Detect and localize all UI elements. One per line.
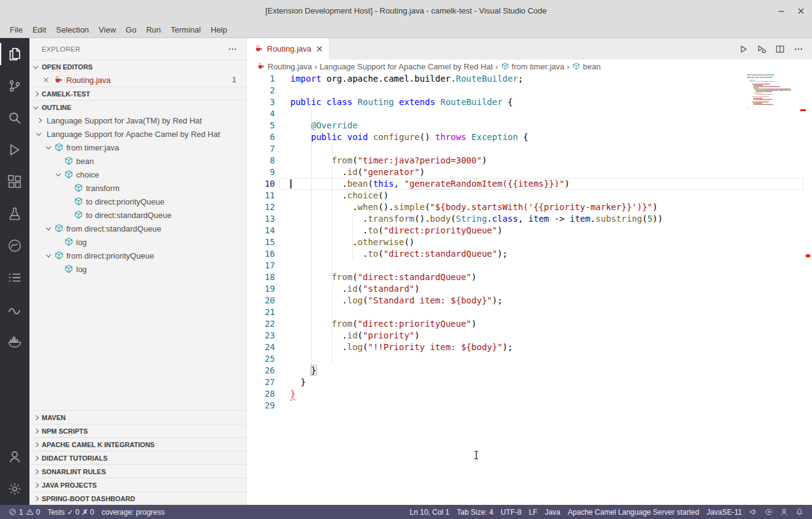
activity-explorer[interactable] bbox=[0, 38, 29, 70]
sidebar-more-actions-button[interactable] bbox=[228, 44, 238, 54]
menu-view[interactable]: View bbox=[94, 21, 121, 37]
activity-didact[interactable] bbox=[0, 262, 29, 294]
code-line-20[interactable]: 20 .log("Standard item: ${body}"); bbox=[247, 295, 812, 306]
code-line-24[interactable]: 24 .log("!!Priority item: ${body}"); bbox=[247, 341, 812, 353]
activity-settings[interactable] bbox=[0, 473, 29, 505]
code-line-7[interactable]: 7 bbox=[247, 143, 812, 155]
code-line-12[interactable]: 12 .when().simple("${body.startsWith('{{… bbox=[247, 201, 812, 213]
code-line-28[interactable]: 28} bbox=[247, 388, 812, 400]
menu-run[interactable]: Run bbox=[141, 21, 166, 37]
menu-selection[interactable]: Selection bbox=[51, 21, 93, 37]
minimap[interactable] bbox=[747, 74, 803, 112]
split-editor-button[interactable] bbox=[773, 42, 787, 57]
breadcrumb-language-support-for-apache-camel-by-red-hat[interactable]: Language Support for Apache Camel by Red… bbox=[320, 62, 493, 71]
status-javase-11[interactable]: JavaSE-11 bbox=[703, 508, 746, 517]
code-line-1[interactable]: 1import org.apache.camel.builder.RouteBu… bbox=[247, 73, 812, 85]
code-line-29[interactable]: 29 bbox=[247, 400, 812, 412]
menu-go[interactable]: Go bbox=[121, 21, 141, 37]
code-line-13[interactable]: 13 .transform().body(String.class, item … bbox=[247, 213, 812, 225]
code-line-2[interactable]: 2 bbox=[247, 85, 812, 96]
breadcrumb-from-timer-java[interactable]: from timer:java bbox=[501, 62, 565, 71]
status-bell-icon[interactable] bbox=[792, 508, 807, 516]
code-line-27[interactable]: 27 } bbox=[247, 377, 812, 388]
outline-item-log[interactable]: log bbox=[29, 262, 246, 276]
coverage-status[interactable]: coverage: progress bbox=[98, 508, 169, 517]
close-icon[interactable] bbox=[42, 76, 50, 84]
open-editor-routing-java[interactable]: Routing.java1 bbox=[29, 73, 246, 87]
section-open-editors[interactable]: OPEN EDITORS bbox=[29, 60, 246, 73]
status-lf[interactable]: LF bbox=[525, 508, 541, 517]
tests-status[interactable]: Tests ✓ 0 ✗ 0 bbox=[44, 508, 98, 517]
code-line-19[interactable]: 19 .id("standard") bbox=[247, 283, 812, 295]
code-line-23[interactable]: 23 .id("priority") bbox=[247, 330, 812, 341]
outline-item-to-direct-standardqueue[interactable]: to direct:standardQueue bbox=[29, 208, 246, 222]
code-line-6[interactable]: 6 public void configure() throws Excepti… bbox=[247, 131, 812, 143]
section-camelk-test[interactable]: CAMELK-TEST bbox=[29, 87, 246, 100]
outline-item-language-support-for-java-tm-by-red-hat[interactable]: Language Support for Java(TM) by Red Hat bbox=[29, 114, 246, 127]
status-megaphone-icon[interactable] bbox=[746, 508, 761, 516]
code-line-18[interactable]: 18 from("direct:standardQueue") bbox=[247, 271, 812, 283]
status-apache-camel-language-server-started[interactable]: Apache Camel Language Server started bbox=[564, 508, 703, 517]
section-java-projects[interactable]: JAVA PROJECTS bbox=[29, 478, 246, 491]
outline-item-language-support-for-apache-camel-by-red-hat[interactable]: Language Support for Apache Camel by Red… bbox=[29, 127, 246, 141]
code-line-9[interactable]: 9 .id("generator") bbox=[247, 166, 812, 178]
more-actions-button[interactable] bbox=[791, 42, 806, 57]
code-line-4[interactable]: 4 bbox=[247, 108, 812, 120]
section-spring-boot-dashboard[interactable]: SPRING-BOOT DASHBOARD bbox=[29, 491, 246, 505]
outline-item-choice[interactable]: choice bbox=[29, 168, 246, 181]
activity-extensions[interactable] bbox=[0, 166, 29, 198]
run-button[interactable] bbox=[736, 42, 751, 57]
outline-item-log[interactable]: log bbox=[29, 235, 246, 249]
section-sonarlint-rules[interactable]: SONARLINT RULES bbox=[29, 464, 246, 478]
close-window-button[interactable] bbox=[796, 6, 806, 16]
code-line-26[interactable]: 26 } bbox=[247, 365, 812, 377]
menu-terminal[interactable]: Terminal bbox=[166, 21, 206, 37]
activity-search[interactable] bbox=[0, 102, 29, 134]
status-account-icon[interactable] bbox=[776, 508, 792, 516]
close-tab-button[interactable] bbox=[315, 44, 324, 53]
status-utf-8[interactable]: UTF-8 bbox=[497, 508, 525, 517]
section-outline[interactable]: OUTLINE bbox=[29, 100, 246, 114]
menu-help[interactable]: Help bbox=[206, 21, 232, 37]
section-maven[interactable]: MAVEN bbox=[29, 410, 246, 424]
code-editor[interactable]: 1import org.apache.camel.builder.RouteBu… bbox=[247, 73, 812, 505]
code-line-8[interactable]: 8 from("timer:java?period=3000") bbox=[247, 155, 812, 166]
activity-accounts[interactable] bbox=[0, 441, 29, 473]
problems-status[interactable]: 1 0 bbox=[5, 508, 44, 517]
code-line-16[interactable]: 16 .to("direct:standardQueue"); bbox=[247, 248, 812, 260]
outline-item-from-timer-java[interactable]: from timer:java bbox=[29, 141, 246, 154]
section-npm-scripts[interactable]: NPM SCRIPTS bbox=[29, 424, 246, 437]
tab-routing-java[interactable]: Routing.java bbox=[247, 38, 330, 60]
code-line-10[interactable]: 10 .bean(this, "generateRandomItem({{ite… bbox=[247, 178, 812, 190]
activity-sonarlint[interactable] bbox=[0, 294, 29, 326]
outline-item-to-direct-priorityqueue[interactable]: to direct:priorityQueue bbox=[29, 195, 246, 208]
code-line-17[interactable]: 17 bbox=[247, 260, 812, 271]
outline-item-from-direct-standardqueue[interactable]: from direct:standardQueue bbox=[29, 222, 246, 235]
code-line-11[interactable]: 11 .choice() bbox=[247, 190, 812, 201]
code-line-21[interactable]: 21 bbox=[247, 306, 812, 318]
outline-item-from-direct-priorityqueue[interactable]: from direct:priorityQueue bbox=[29, 249, 246, 262]
status-java[interactable]: Java bbox=[541, 508, 564, 517]
activity-camel-k[interactable] bbox=[0, 230, 29, 262]
status-tab-size-4[interactable]: Tab Size: 4 bbox=[453, 508, 497, 517]
code-line-22[interactable]: 22 from("direct:priorityQueue") bbox=[247, 318, 812, 330]
code-line-5[interactable]: 5 @Override bbox=[247, 120, 812, 131]
activity-testing[interactable] bbox=[0, 198, 29, 230]
code-line-25[interactable]: 25 bbox=[247, 353, 812, 365]
status-ln-10-col-1[interactable]: Ln 10, Col 1 bbox=[406, 508, 454, 517]
outline-item-bean[interactable]: bean bbox=[29, 154, 246, 168]
code-line-15[interactable]: 15 .otherwise() bbox=[247, 236, 812, 248]
section-didact-tutorials[interactable]: DIDACT TUTORIALS bbox=[29, 451, 246, 464]
activity-run-and-debug[interactable] bbox=[0, 134, 29, 166]
activity-docker[interactable] bbox=[0, 326, 29, 357]
activity-source-control[interactable] bbox=[0, 70, 29, 102]
menu-edit[interactable]: Edit bbox=[28, 21, 51, 37]
code-line-14[interactable]: 14 .to("direct:priorityQueue") bbox=[247, 225, 812, 236]
breadcrumb-routing-java[interactable]: Routing.java bbox=[257, 62, 312, 71]
breadcrumb-bean[interactable]: bean bbox=[572, 62, 601, 71]
menu-file[interactable]: File bbox=[5, 21, 28, 37]
code-line-3[interactable]: 3public class Routing extends RouteBuild… bbox=[247, 96, 812, 108]
outline-item-transform[interactable]: transform bbox=[29, 181, 246, 195]
run-or-debug-button[interactable] bbox=[754, 42, 769, 57]
minimize-button[interactable] bbox=[776, 6, 786, 16]
